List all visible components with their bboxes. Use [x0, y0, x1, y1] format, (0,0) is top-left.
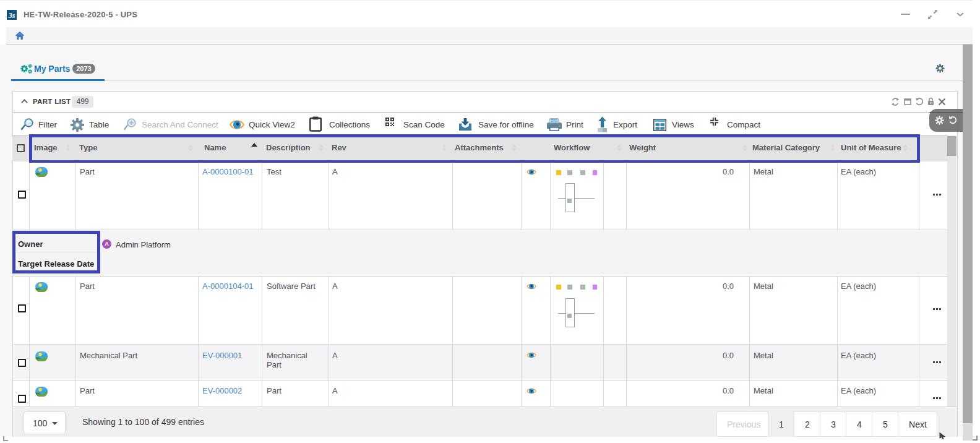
svg-text:3s: 3s: [8, 11, 15, 20]
